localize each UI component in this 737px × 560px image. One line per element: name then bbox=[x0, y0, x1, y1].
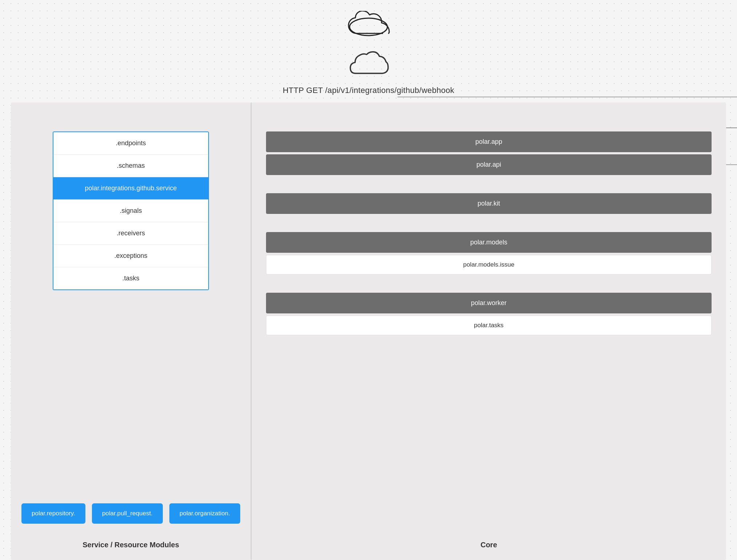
bottom-box-repository: polar.repository. bbox=[21, 503, 85, 524]
box-polar-api: polar.api bbox=[266, 154, 712, 175]
main-panels: .endpoints.schemaspolar.integrations.git… bbox=[11, 102, 726, 560]
module-row-receivers: .receivers bbox=[53, 222, 208, 245]
module-row-service: polar.integrations.github.service bbox=[53, 177, 208, 200]
module-box: .endpoints.schemaspolar.integrations.git… bbox=[53, 131, 209, 290]
top-section: HTTP GET /api/v1/integrations/github/web… bbox=[0, 0, 737, 95]
http-label: HTTP GET /api/v1/integrations/github/web… bbox=[283, 86, 454, 95]
bottom-boxes: polar.repository.polar.pull_request.pola… bbox=[18, 503, 243, 524]
module-row-endpoints: .endpoints bbox=[53, 132, 208, 155]
group-worker: polar.workerpolar.tasks bbox=[266, 293, 712, 335]
box-polar-models: polar.models bbox=[266, 232, 712, 253]
bottom-box-pull_request: polar.pull_request. bbox=[92, 503, 163, 524]
right-panel-label: Core bbox=[480, 541, 497, 549]
box-polar-tasks: polar.tasks bbox=[266, 316, 712, 335]
box-polar-kit: polar.kit bbox=[266, 193, 712, 214]
left-panel-label: Service / Resource Modules bbox=[82, 541, 179, 549]
bottom-box-organization: polar.organization. bbox=[169, 503, 240, 524]
box-polar-models-issue: polar.models.issue bbox=[266, 255, 712, 275]
right-panel: polar.apppolar.apipolar.kitpolar.modelsp… bbox=[251, 102, 726, 560]
left-panel: .endpoints.schemaspolar.integrations.git… bbox=[11, 102, 251, 560]
module-row-exceptions: .exceptions bbox=[53, 245, 208, 267]
module-row-schemas: .schemas bbox=[53, 155, 208, 177]
box-polar-app: polar.app bbox=[266, 131, 712, 152]
cloud-graphic bbox=[343, 47, 394, 80]
box-polar-worker: polar.worker bbox=[266, 293, 712, 313]
module-row-signals: .signals bbox=[53, 200, 208, 222]
cloud-icon bbox=[345, 11, 392, 40]
group-app-api: polar.apppolar.api bbox=[266, 131, 712, 175]
module-row-tasks: .tasks bbox=[53, 267, 208, 289]
group-kit: polar.kit bbox=[266, 193, 712, 214]
group-models: polar.modelspolar.models.issue bbox=[266, 232, 712, 275]
